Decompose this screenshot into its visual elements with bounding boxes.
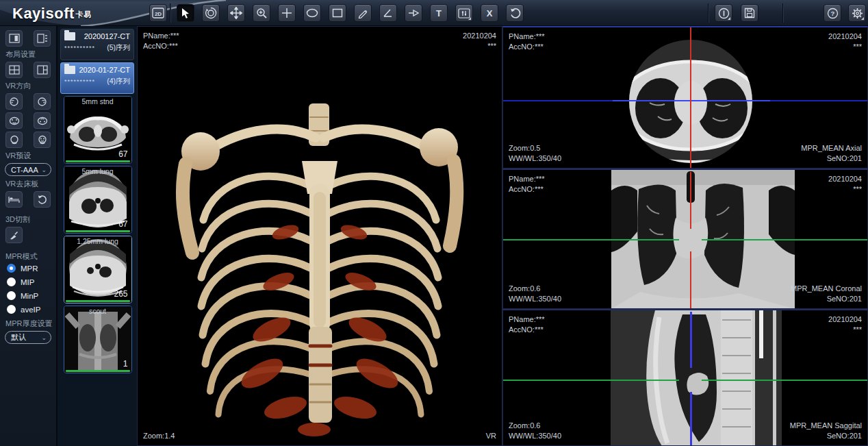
sagittal-ct-image: [503, 310, 867, 446]
mpr-thickness-select[interactable]: 默认 ⌄: [5, 331, 51, 344]
radio-selected-icon: [7, 264, 16, 273]
head-top-icon[interactable]: [5, 112, 23, 129]
layout-settings-label: 布局设置: [0, 49, 56, 60]
series-list-panel: 20200127-CT ********** (5)序列 2020-01-27-…: [58, 26, 137, 446]
mpr-thickness-value: 默认: [11, 332, 26, 343]
zoom-icon[interactable]: [253, 4, 270, 22]
mpr-mode-radio-minp[interactable]: MinP: [0, 291, 56, 300]
info-icon[interactable]: [715, 4, 732, 22]
vr-preset-select[interactable]: CT-AAA ⌄: [5, 163, 51, 176]
toolbar-separator: [782, 3, 783, 23]
3d-cut-label: 3D切割: [0, 214, 56, 225]
head-right-icon[interactable]: [34, 93, 51, 110]
top-toolbar: Kayisoft卡易 2D: [0, 0, 868, 26]
bed-reset-icon[interactable]: [34, 191, 51, 208]
dropdown-corner: [861, 17, 864, 20]
load-progress-bar: [66, 370, 130, 372]
bed-removal-label: VR去床板: [0, 179, 56, 189]
viewport-mpr-axial[interactable]: PName:***AccNO:*** 20210204*** Zoom:0.5W…: [502, 26, 868, 169]
toolbar-separator: [708, 3, 709, 23]
save-icon[interactable]: [741, 4, 758, 22]
angle-measure-icon[interactable]: [379, 4, 397, 22]
svg-text:2D: 2D: [155, 11, 162, 17]
head-left-icon[interactable]: [5, 93, 23, 110]
delete-annotation-icon[interactable]: X: [481, 4, 498, 22]
viewport-mpr-coronal[interactable]: PName:***AccNO:*** 20210204*** Zoom:0.6W…: [502, 169, 868, 309]
mpr-mode-label: MPR模式: [0, 251, 56, 262]
layout-1plus3-icon[interactable]: [34, 62, 51, 78]
viewport-mpr-sagittal[interactable]: PName:***AccNO:*** 20210204*** Zoom:0.6W…: [502, 309, 868, 446]
head-front-icon[interactable]: [34, 132, 51, 148]
2d-view-icon[interactable]: 2D: [149, 4, 167, 22]
dropdown-corner: [468, 17, 471, 20]
rect-roi-icon[interactable]: [329, 4, 346, 22]
vr-direction-label: VR方向: [0, 81, 56, 91]
axial-ct-image: [503, 27, 867, 169]
ellipse-roi-icon[interactable]: [303, 4, 321, 22]
delete-glyph: X: [487, 8, 493, 18]
text-annotation-glyph: T: [436, 8, 442, 18]
layout-preset-1-icon[interactable]: [5, 30, 23, 47]
settings-gear-icon[interactable]: [848, 4, 866, 22]
chevron-down-icon: ⌄: [41, 334, 47, 341]
head-back-icon[interactable]: [5, 132, 23, 148]
text-annotation-icon[interactable]: T: [430, 4, 448, 22]
load-progress-bar: [66, 230, 130, 232]
arrow-annotation-icon[interactable]: [405, 4, 422, 22]
coronal-ct-image: [503, 170, 867, 309]
left-control-sidebar: 布局设置 VR方向 VR预设 CT-AAA ⌄ VR去床板 3D切割: [0, 26, 57, 446]
layout-grid-2x2-icon[interactable]: [5, 62, 23, 78]
mpr-mode-radio-mpr[interactable]: MPR: [0, 264, 56, 273]
series-thumbnail-5mm-lung[interactable]: 5mm lung 67: [64, 166, 132, 234]
chevron-down-icon: ⌄: [41, 166, 47, 173]
folder-open-icon: [64, 66, 75, 74]
radio-icon: [7, 305, 16, 314]
pan-icon[interactable]: [227, 4, 245, 22]
window-preset-icon[interactable]: [455, 4, 473, 22]
scalpel-icon[interactable]: [5, 227, 23, 243]
study-item-selected[interactable]: 2020-01-27-CT ********** (4)序列: [60, 62, 134, 94]
mpr-mode-radio-mip[interactable]: MIP: [0, 277, 56, 286]
head-bottom-icon[interactable]: [34, 112, 51, 129]
dicom-viewer-window: Kayisoft卡易 2D: [0, 0, 868, 446]
series-thumbnail-125mm-lung[interactable]: 1.25mm lung 265: [64, 236, 132, 303]
crosshair-icon[interactable]: [278, 4, 296, 22]
select-cursor-icon[interactable]: [177, 4, 194, 22]
pencil-measure-icon[interactable]: [354, 4, 372, 22]
app-logo: Kayisoft卡易: [12, 5, 92, 23]
radio-icon: [7, 291, 16, 300]
viewport-vr-3d[interactable]: PName:***AccNO:*** 20210204*** Zoom:1.4 …: [137, 26, 502, 446]
radio-icon: [7, 277, 16, 286]
vr-ribcage-render: [138, 27, 502, 445]
series-thumbnail-scout[interactable]: scout 1: [64, 306, 132, 373]
study-item[interactable]: 20200127-CT ********** (5)序列: [60, 29, 134, 60]
remove-bed-icon[interactable]: [5, 191, 23, 208]
thumb-scout-image: [64, 306, 131, 373]
dropdown-corner: [728, 17, 730, 20]
svg-text:?: ?: [830, 10, 834, 17]
reset-view-icon[interactable]: [506, 4, 524, 22]
rotate-orbit-icon[interactable]: [202, 4, 220, 22]
layout-preset-2-icon[interactable]: [34, 30, 51, 47]
toolbar-separator: [170, 3, 170, 23]
mpr-mode-radio-aveip[interactable]: aveIP: [0, 305, 56, 314]
series-thumbnail-5mm-stnd[interactable]: 5mm stnd 67: [64, 96, 132, 164]
load-progress-bar: [66, 300, 130, 302]
mpr-thickness-label: MPR厚度设置: [0, 319, 56, 329]
folder-icon: [64, 32, 75, 40]
vr-preset-value: CT-AAA: [11, 166, 38, 174]
vr-preset-label: VR预设: [0, 151, 56, 161]
help-icon[interactable]: ?: [824, 4, 841, 22]
load-progress-bar: [66, 160, 130, 162]
